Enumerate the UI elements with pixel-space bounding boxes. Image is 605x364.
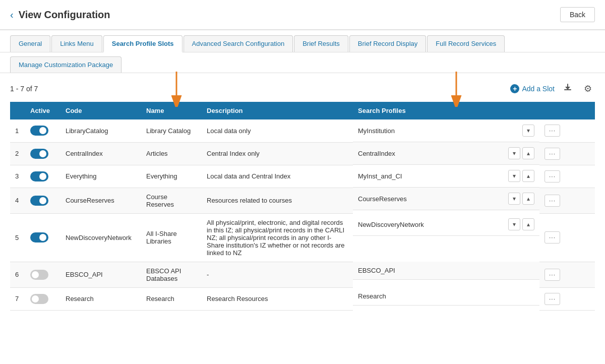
dropdown-button[interactable]: ▾ bbox=[508, 218, 520, 230]
row-action-buttons: ▾▴ bbox=[508, 170, 534, 182]
row-name: Everything bbox=[141, 165, 202, 188]
move-up-button[interactable]: ▴ bbox=[522, 193, 534, 205]
row-number: 4 bbox=[10, 188, 25, 213]
tab-advanced-search[interactable]: Advanced Search Configuration bbox=[184, 35, 293, 52]
more-actions-button[interactable]: ··· bbox=[544, 269, 560, 281]
add-slot-label: Add a Slot bbox=[522, 85, 555, 93]
move-up-button[interactable]: ▴ bbox=[522, 147, 534, 159]
table-row: 5NewDiscoveryNetworkAll I-Share Librarie… bbox=[10, 213, 595, 262]
plus-circle-icon: + bbox=[510, 84, 519, 93]
search-profile-value: CourseReserves bbox=[358, 195, 506, 203]
row-code: EBSCO_API bbox=[60, 262, 141, 287]
toggle-switch[interactable] bbox=[30, 196, 48, 206]
row-active bbox=[25, 142, 60, 165]
row-description: All physical/print, electronic, and digi… bbox=[202, 213, 353, 262]
row-active bbox=[25, 119, 60, 142]
row-number: 7 bbox=[10, 287, 25, 310]
tab-brief-record-display[interactable]: Brief Record Display bbox=[349, 35, 427, 52]
search-profile-value: MyInst_and_CI bbox=[358, 172, 506, 180]
toggle-switch[interactable] bbox=[30, 270, 48, 280]
row-active bbox=[25, 165, 60, 188]
row-name: All I-Share Libraries bbox=[141, 213, 202, 262]
row-actions: ··· bbox=[539, 262, 595, 287]
toggle-switch[interactable] bbox=[30, 126, 48, 136]
row-name: Course Reserves bbox=[141, 188, 202, 213]
col-header-active: Active bbox=[25, 102, 60, 119]
row-active bbox=[25, 213, 60, 262]
more-actions-button[interactable]: ··· bbox=[544, 148, 560, 160]
row-active bbox=[25, 188, 60, 213]
row-code: LibraryCatalog bbox=[60, 119, 141, 142]
table-row: 7ResearchResearchResearch ResourcesResea… bbox=[10, 287, 595, 310]
table-container: Active Code Name Description Search Prof… bbox=[10, 102, 595, 311]
row-actions: ··· bbox=[539, 142, 595, 165]
dropdown-button[interactable]: ▾ bbox=[508, 193, 520, 205]
row-action-buttons: ▾▴ bbox=[508, 147, 534, 159]
header: ‹ View Configuration Back bbox=[0, 0, 605, 30]
col-header-actions bbox=[539, 102, 595, 119]
back-button[interactable]: Back bbox=[560, 7, 595, 22]
toggle-switch[interactable] bbox=[30, 294, 48, 304]
search-profile-value: Research bbox=[358, 292, 532, 300]
row-number: 2 bbox=[10, 142, 25, 165]
tabs-row: General Links Menu Search Profile Slots … bbox=[0, 30, 605, 52]
row-description: Research Resources bbox=[202, 287, 353, 310]
table-row: 6EBSCO_APIEBSCO API Databases-EBSCO_API▾… bbox=[10, 262, 595, 287]
header-left: ‹ View Configuration bbox=[10, 9, 110, 21]
row-search-profiles: CentralIndex▾▴ bbox=[353, 142, 539, 165]
tab-brief-results[interactable]: Brief Results bbox=[294, 35, 348, 52]
move-up-button[interactable]: ▴ bbox=[522, 218, 534, 230]
col-header-num bbox=[10, 102, 25, 119]
table-row: 2CentralIndexArticlesCentral Index onlyC… bbox=[10, 142, 595, 165]
more-actions-button[interactable]: ··· bbox=[544, 231, 560, 244]
row-name: Research bbox=[141, 287, 202, 310]
col-header-search-profiles: Search Profiles bbox=[353, 102, 539, 119]
dropdown-button[interactable]: ▾ bbox=[508, 147, 520, 159]
row-action-buttons: ▾▴ bbox=[508, 193, 534, 205]
back-arrow-icon[interactable]: ‹ bbox=[10, 9, 14, 21]
table-row: 4CourseReservesCourse ReservesResources … bbox=[10, 188, 595, 213]
tabs-row2: Manage Customization Package bbox=[0, 52, 605, 73]
tab-search-profile-slots[interactable]: Search Profile Slots bbox=[103, 35, 183, 52]
row-active bbox=[25, 287, 60, 310]
more-actions-button[interactable]: ··· bbox=[544, 125, 560, 137]
row-search-profiles: MyInstitution▾ bbox=[353, 119, 539, 142]
more-actions-button[interactable]: ··· bbox=[544, 195, 560, 207]
search-profile-value: NewDiscoveryNetwork bbox=[358, 221, 506, 228]
toolbar: 1 - 7 of 7 + Add a Slot ⚙ bbox=[10, 81, 595, 96]
col-header-name: Name bbox=[141, 102, 202, 119]
main-table: Active Code Name Description Search Prof… bbox=[10, 102, 595, 311]
row-actions: ··· bbox=[539, 213, 595, 262]
move-up-button[interactable]: ▴ bbox=[522, 170, 534, 182]
dropdown-button[interactable]: ▾ bbox=[508, 170, 520, 182]
table-header-row: Active Code Name Description Search Prof… bbox=[10, 102, 595, 119]
row-search-profiles: CourseReserves▾▴ bbox=[353, 188, 539, 210]
toggle-switch[interactable] bbox=[30, 171, 48, 181]
row-action-buttons: ▾ bbox=[522, 125, 534, 137]
row-number: 1 bbox=[10, 119, 25, 142]
row-name: Library Catalog bbox=[141, 119, 202, 142]
row-search-profiles: NewDiscoveryNetwork▾▴ bbox=[353, 213, 539, 236]
gear-button[interactable]: ⚙ bbox=[581, 82, 595, 95]
tab-full-record-services[interactable]: Full Record Services bbox=[427, 35, 505, 52]
row-active bbox=[25, 262, 60, 287]
row-actions: ··· bbox=[539, 165, 595, 188]
more-actions-button[interactable]: ··· bbox=[544, 170, 560, 183]
toggle-switch[interactable] bbox=[30, 232, 48, 242]
content-area: 1 - 7 of 7 + Add a Slot ⚙ bbox=[0, 73, 605, 319]
tab-general[interactable]: General bbox=[10, 35, 50, 52]
table-body: 1LibraryCatalogLibrary CatalogLocal data… bbox=[10, 119, 595, 310]
search-profile-value: EBSCO_API bbox=[358, 267, 532, 274]
tab-links-menu[interactable]: Links Menu bbox=[51, 35, 102, 52]
toggle-switch[interactable] bbox=[30, 149, 48, 159]
more-actions-button[interactable]: ··· bbox=[544, 293, 560, 305]
row-number: 5 bbox=[10, 213, 25, 262]
row-description: Local data and Central Index bbox=[202, 165, 353, 188]
add-slot-button[interactable]: + Add a Slot bbox=[510, 84, 555, 93]
export-button[interactable] bbox=[560, 81, 576, 96]
row-description: Central Index only bbox=[202, 142, 353, 165]
dropdown-button[interactable]: ▾ bbox=[522, 125, 534, 137]
toolbar-actions: + Add a Slot ⚙ bbox=[510, 81, 595, 96]
row-search-profiles: MyInst_and_CI▾▴ bbox=[353, 165, 539, 188]
tab-manage-customization[interactable]: Manage Customization Package bbox=[10, 56, 122, 73]
